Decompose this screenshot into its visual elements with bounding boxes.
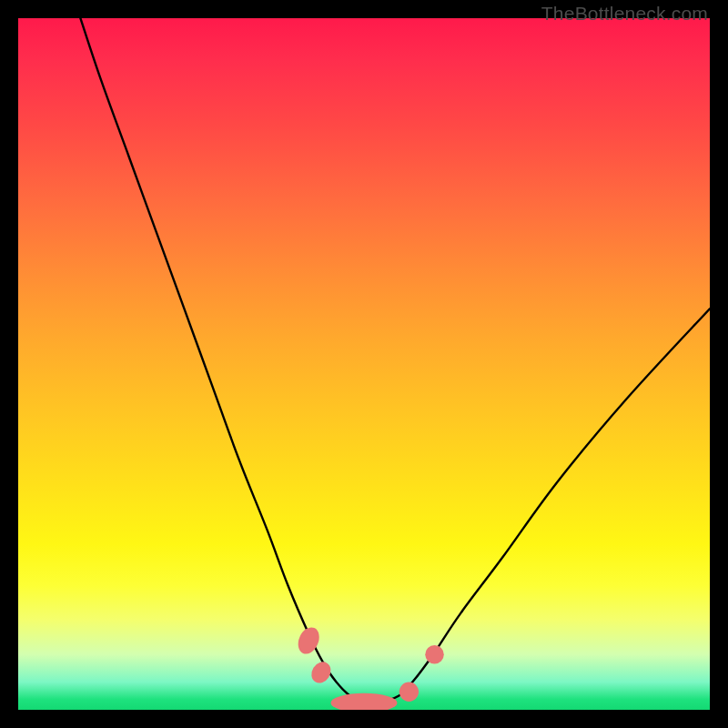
curve-marker-4	[425, 645, 444, 664]
curve-marker-1	[308, 658, 335, 686]
chart-plot-area	[18, 18, 710, 710]
chart-frame: TheBottleneck.com	[0, 0, 728, 728]
chart-svg	[18, 18, 710, 710]
marker-layer	[294, 624, 443, 710]
curve-marker-3	[399, 682, 419, 702]
curve-marker-0	[294, 624, 323, 657]
watermark-text: TheBottleneck.com	[541, 3, 708, 25]
curve-marker-2	[331, 693, 398, 710]
bottleneck-curve-path	[80, 18, 710, 703]
